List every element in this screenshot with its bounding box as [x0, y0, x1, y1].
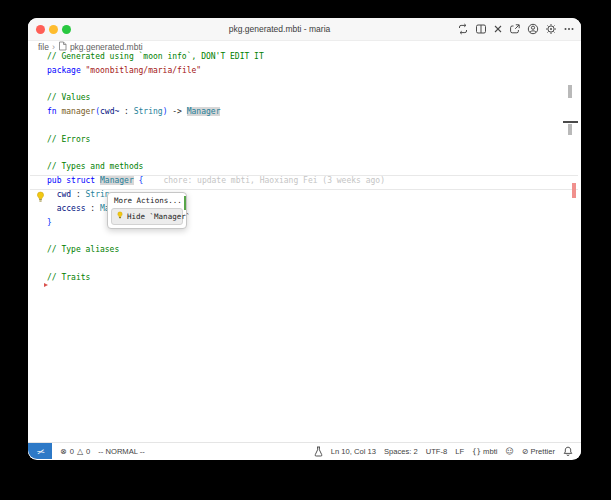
- remote-indicator[interactable]: ><: [28, 443, 52, 459]
- code-editor[interactable]: // Generated using `moon info`, DON'T ED…: [47, 50, 567, 285]
- history-icon[interactable]: [457, 23, 469, 35]
- feedback-smiley-icon[interactable]: ☺: [505, 447, 513, 456]
- split-editor-icon[interactable]: [475, 23, 487, 35]
- code-token: access: [57, 204, 86, 213]
- code-line[interactable]: // Errors: [47, 133, 567, 147]
- flask-icon[interactable]: [314, 446, 323, 457]
- cursor-position[interactable]: Ln 10, Col 13: [331, 447, 376, 456]
- zoom-window-button[interactable]: [62, 25, 71, 34]
- code-line[interactable]: [47, 78, 567, 92]
- warnings-count: 0: [86, 447, 90, 456]
- code-action-popup: More Actions... Hide `Manager`: [107, 192, 187, 229]
- titlebar-actions: [457, 18, 575, 40]
- close-icon[interactable]: [493, 24, 503, 34]
- code-token: pub: [47, 176, 61, 185]
- lightbulb-icon: [116, 211, 124, 222]
- code-line[interactable]: [47, 147, 567, 161]
- code-line[interactable]: // Types and methods: [47, 160, 567, 174]
- code-token: struct: [66, 176, 95, 185]
- language-mode[interactable]: {} mbti: [472, 447, 497, 456]
- overview-ruler-mark: [568, 124, 572, 135]
- code-line[interactable]: package "moonbitlang/maria/file": [47, 64, 567, 78]
- errors-icon: ⊗: [60, 447, 67, 456]
- eol-setting[interactable]: LF: [455, 447, 464, 456]
- overview-ruler-error-mark: [572, 183, 576, 198]
- account-icon[interactable]: [527, 23, 539, 35]
- titlebar: pkg.generated.mbti - maria: [28, 18, 581, 41]
- traffic-lights: [36, 25, 71, 34]
- code-token: String: [134, 107, 163, 116]
- code-token: :: [119, 107, 133, 116]
- encoding-setting[interactable]: UTF-8: [426, 447, 448, 456]
- code-token: manager: [61, 107, 95, 116]
- errors-count: 0: [70, 447, 74, 456]
- close-window-button[interactable]: [36, 25, 45, 34]
- settings-gear-icon[interactable]: [545, 23, 557, 35]
- more-actions-item[interactable]: More Actions...: [108, 193, 186, 206]
- green-caret: [184, 196, 186, 210]
- code-line[interactable]: // Type aliases: [47, 243, 567, 257]
- overview-ruler-cursor-mark: [563, 121, 578, 123]
- formatter-label: Prettier: [531, 447, 555, 456]
- code-token: cwd~: [100, 107, 119, 116]
- vim-mode-indicator: -- NORMAL --: [98, 447, 145, 456]
- code-token: cwd: [57, 190, 71, 199]
- language-label: mbti: [483, 447, 497, 456]
- highlighted-symbol: Manager: [187, 107, 221, 116]
- lightbulb-icon[interactable]: [35, 189, 46, 207]
- code-token: // Types and methods: [47, 162, 143, 171]
- formatter-indicator[interactable]: ⊘ Prettier: [522, 447, 555, 456]
- remote-icon: ><: [36, 447, 44, 455]
- code-line[interactable]: pub struct Manager {chore: update mbti, …: [47, 174, 567, 188]
- code-line[interactable]: [47, 119, 567, 133]
- notifications-bell-icon[interactable]: [563, 446, 573, 457]
- status-bar: >< ⊗ 0 △ 0 -- NORMAL -- Ln 10, Col 13 Sp…: [28, 442, 581, 459]
- overview-ruler-mark: [568, 85, 572, 98]
- code-token: package: [47, 66, 81, 75]
- trailing-whitespace-mark: [44, 283, 48, 287]
- code-line[interactable]: // Traits: [47, 271, 567, 285]
- warnings-icon: △: [77, 447, 83, 456]
- code-token: :: [86, 204, 100, 213]
- code-token: // Generated using `moon info`, DON'T ED…: [47, 52, 264, 61]
- problems-indicator[interactable]: ⊗ 0 △ 0: [60, 447, 90, 456]
- git-blame-annotation: chore: update mbti, Haoxiang Fei (3 week…: [163, 176, 385, 185]
- more-ellipsis-icon[interactable]: [563, 23, 575, 35]
- hide-manager-action[interactable]: Hide `Manager`: [111, 208, 183, 225]
- minimize-window-button[interactable]: [49, 25, 58, 34]
- code-token: // Errors: [47, 135, 90, 144]
- code-token: {: [139, 176, 144, 185]
- code-token: "moonbitlang/maria/file": [86, 66, 202, 75]
- share-icon[interactable]: [509, 23, 521, 35]
- code-line[interactable]: [47, 257, 567, 271]
- code-line[interactable]: // Generated using `moon info`, DON'T ED…: [47, 50, 567, 64]
- code-token: // Values: [47, 93, 90, 102]
- code-line[interactable]: [47, 229, 567, 243]
- code-token: // Traits: [47, 273, 90, 282]
- code-token: :: [71, 190, 85, 199]
- language-icon: {}: [472, 447, 481, 456]
- indentation-setting[interactable]: Spaces: 2: [384, 447, 418, 456]
- action-label: Hide `Manager`: [127, 212, 190, 221]
- prettier-icon: ⊘: [522, 447, 529, 456]
- code-token: }: [47, 218, 52, 227]
- window-title: pkg.generated.mbti - maria: [108, 18, 451, 40]
- code-token: [47, 204, 57, 213]
- code-line[interactable]: // Values: [47, 91, 567, 105]
- code-line[interactable]: fn manager(cwd~ : String) -> Manager: [47, 105, 567, 119]
- code-token: ->: [167, 107, 186, 116]
- code-token: [47, 190, 57, 199]
- code-token: fn: [47, 107, 57, 116]
- vscode-window: pkg.generated.mbti - maria: [28, 18, 581, 460]
- highlighted-symbol: Manager: [100, 176, 134, 185]
- code-token: // Type aliases: [47, 245, 119, 254]
